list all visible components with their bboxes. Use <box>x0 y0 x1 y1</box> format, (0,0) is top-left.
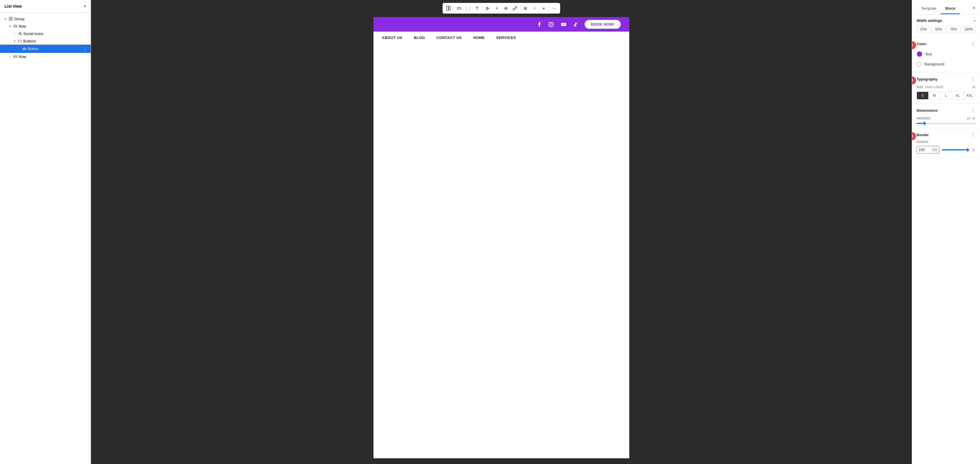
radius-input-wrap: PX <box>916 146 939 153</box>
border-more-icon[interactable]: ⋮ <box>971 132 975 138</box>
toolbar-divider2 <box>482 5 483 11</box>
bold-button[interactable]: B <box>521 4 530 13</box>
drag-handle-button[interactable]: ⋮⋮ <box>464 4 473 13</box>
typography-more-icon[interactable]: ⋮ <box>971 77 975 82</box>
inline-button[interactable] <box>455 4 464 13</box>
padding-settings-icon[interactable]: ⇄ <box>967 116 970 121</box>
layout-toggle-button[interactable] <box>444 4 453 13</box>
color-more-icon[interactable]: ⋮ <box>971 41 975 46</box>
buttons-icon <box>18 39 22 43</box>
width-settings-chevron-icon[interactable]: ▾ <box>974 19 975 23</box>
tiktok-icon[interactable] <box>572 21 580 29</box>
close-list-view-icon[interactable]: × <box>84 4 86 8</box>
tab-block[interactable]: Block <box>941 4 960 14</box>
size-xxl-button[interactable]: XXL <box>964 92 975 99</box>
instagram-icon[interactable] <box>547 21 555 29</box>
plus-button[interactable]: + <box>492 4 501 13</box>
background-radio[interactable] <box>916 61 922 67</box>
book-now-button[interactable]: BOOK NOW! <box>585 20 621 29</box>
chevron-down-icon: ▾ <box>543 6 545 11</box>
svg-rect-10 <box>23 48 26 50</box>
padding-link-icon[interactable]: ⊙ <box>972 116 975 121</box>
radius-slider-track[interactable] <box>942 149 970 150</box>
font-dropdown-button[interactable]: ▾ <box>539 4 548 13</box>
padding-slider-track[interactable] <box>916 123 975 124</box>
typography-settings-icon[interactable]: ⇄ <box>972 85 975 89</box>
background-color-row[interactable]: Background <box>916 60 975 68</box>
size-s-button[interactable]: S <box>917 92 929 99</box>
tree-item-group[interactable]: ▾ Group <box>0 15 91 22</box>
svg-point-8 <box>20 34 21 35</box>
radius-label: RADIUS <box>916 140 928 144</box>
youtube-icon[interactable] <box>560 21 568 29</box>
arrows-button[interactable] <box>473 4 482 13</box>
nav-item-home[interactable]: HOME <box>473 35 485 40</box>
tab-template[interactable]: Template <box>916 4 941 14</box>
radius-slider-thumb[interactable] <box>966 148 969 152</box>
width-75-button[interactable]: 75% <box>947 26 961 33</box>
canvas-area: ⋮⋮ + <box>91 0 912 464</box>
tree-item-row1[interactable]: ▾ Row <box>0 22 91 30</box>
nav-item-contact[interactable]: CONTACT US <box>436 35 461 40</box>
nav-bar: ABOUT US BLOG CONTACT US HOME SERVICES <box>374 32 629 44</box>
close-right-sidebar-icon[interactable]: × <box>972 5 975 13</box>
svg-rect-5 <box>14 26 17 27</box>
row1-label: Row <box>19 24 87 29</box>
tree-item-row2[interactable]: › Row <box>0 53 91 60</box>
left-sidebar-header: List View × <box>0 0 91 13</box>
italic-button[interactable]: I <box>530 4 539 13</box>
padding-label: PADDING <box>916 117 931 120</box>
chevron-right-icon: › <box>8 54 12 59</box>
padding-slider-thumb[interactable] <box>922 121 926 125</box>
size-l-button[interactable]: L <box>940 92 952 99</box>
size-m-button[interactable]: M <box>929 92 940 99</box>
size-xl-button[interactable]: XL <box>952 92 964 99</box>
chevron-down-icon: ▾ <box>3 17 7 21</box>
width-settings-header: Width settings ▾ <box>916 19 975 23</box>
more-options-button[interactable]: ⋯ <box>550 4 559 13</box>
left-sidebar: List View × ▾ Group ▾ <box>0 0 91 464</box>
radius-link-icon[interactable]: ⊙ <box>972 148 975 152</box>
align-center-button[interactable] <box>501 4 511 13</box>
size-unit-label: SMALL(REM) <box>925 86 943 89</box>
button-label: Button <box>28 46 81 51</box>
svg-rect-12 <box>14 56 17 56</box>
group-icon <box>8 16 13 21</box>
right-sidebar: Template Block × Width settings ▾ 25% 50… <box>912 0 980 464</box>
social-icons-label: Social Icons <box>23 32 87 36</box>
svg-rect-9 <box>18 40 22 42</box>
text-color-dot <box>916 51 922 57</box>
right-tabs: Template Block <box>916 4 960 14</box>
width-25-button[interactable]: 25% <box>916 26 931 33</box>
nav-item-about[interactable]: ABOUT US <box>382 35 402 40</box>
text-color-row[interactable]: Text <box>916 49 975 59</box>
link-button[interactable] <box>511 4 520 13</box>
border-title: Border <box>916 133 929 137</box>
padding-slider-container[interactable] <box>916 123 975 124</box>
tree-item-buttons[interactable]: ▾ Buttons <box>0 37 91 45</box>
svg-rect-22 <box>505 10 507 10</box>
chevron-right-icon: › <box>13 32 16 35</box>
svg-rect-17 <box>486 7 488 8</box>
radius-row: PX ⊙ <box>916 146 975 153</box>
nav-item-blog[interactable]: BLOG <box>414 35 425 40</box>
svg-rect-4 <box>14 25 17 26</box>
color-number-badge: 1 <box>912 41 916 49</box>
nav-item-services[interactable]: SERVICES <box>496 35 516 40</box>
radius-input[interactable] <box>917 146 931 153</box>
width-100-button[interactable]: 100% <box>961 26 975 33</box>
social-icons-icon <box>18 31 22 36</box>
chevron-down-icon: ▾ <box>13 39 16 43</box>
width-50-button[interactable]: 50% <box>932 26 946 33</box>
button-more-icon[interactable]: ⋮ <box>83 46 87 51</box>
group-label: Group <box>14 17 87 21</box>
facebook-icon[interactable] <box>535 21 542 29</box>
dimensions-section: Dimensions ⋮ PADDING ⇄ ⊙ <box>912 104 980 128</box>
align-left-button[interactable] <box>483 4 492 13</box>
tree-item-button[interactable]: › Button ⋮ <box>0 45 91 53</box>
dimensions-more-icon[interactable]: ⋮ <box>971 108 975 113</box>
width-settings-title: Width settings <box>916 19 942 23</box>
svg-rect-13 <box>14 57 17 58</box>
background-color-label: Background <box>924 62 944 66</box>
tree-item-social-icons[interactable]: › Social Icons <box>0 30 91 37</box>
